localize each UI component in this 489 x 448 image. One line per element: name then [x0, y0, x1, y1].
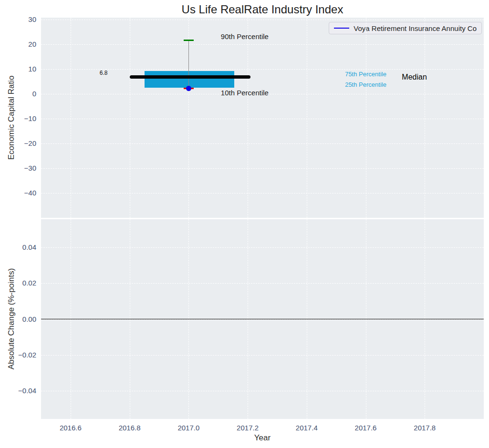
y-tick-label: 10	[0, 65, 36, 73]
figure: Us Life RealRate Industry Index Economic…	[0, 0, 489, 448]
legend: Voya Retirement Insurance Annuity Co	[329, 22, 482, 34]
y-tick-label: −0.04	[0, 387, 36, 395]
annotation-25th-percentile: 25th Percentile	[345, 81, 386, 88]
gridline-horizontal	[41, 20, 484, 20]
y-tick-label: −10	[0, 114, 36, 123]
company-data-point	[186, 86, 191, 91]
x-tick-label: 2016.6	[49, 424, 92, 432]
x-axis-label: Year	[41, 433, 484, 443]
boxplot-iqr-box	[145, 71, 235, 88]
x-tick-label: 2017.8	[403, 424, 446, 432]
gridline-vertical	[248, 18, 248, 218]
gridline-horizontal	[41, 283, 484, 284]
gridline-horizontal	[41, 44, 484, 45]
gridline-vertical	[366, 18, 366, 218]
gridline-horizontal	[41, 355, 484, 356]
legend-line-icon	[334, 28, 349, 29]
chart-title: Us Life RealRate Industry Index	[41, 3, 484, 16]
y-tick-label: 20	[0, 40, 36, 49]
gridline-vertical	[307, 18, 307, 218]
y-tick-label: 0.04	[0, 243, 36, 252]
x-tick-label: 2017.6	[344, 424, 387, 432]
gridline-horizontal	[41, 193, 484, 193]
y-tick-label: 0	[0, 90, 36, 98]
zero-line	[41, 319, 484, 320]
top-plot-area: Voya Retirement Insurance Annuity Co 90t…	[41, 18, 484, 218]
gridline-vertical	[71, 18, 71, 218]
y-tick-label: −20	[0, 139, 36, 148]
bottom-plot-area	[41, 219, 484, 419]
annotation-6-8: 6.8	[100, 70, 108, 76]
y-tick-label: 0.00	[0, 315, 36, 324]
gridline-horizontal	[41, 143, 484, 144]
x-tick-label: 2017.4	[285, 424, 328, 432]
x-tick-label: 2016.8	[108, 424, 151, 432]
x-tick-label: 2017.2	[226, 424, 269, 432]
annotation-90th-percentile: 90th Percentile	[221, 32, 269, 40]
gridline-horizontal	[41, 247, 484, 248]
y-tick-label: −30	[0, 164, 36, 173]
annotation-median: Median	[402, 73, 427, 81]
gridline-vertical	[425, 18, 425, 218]
boxplot-whisker-line	[188, 40, 189, 88]
gridline-horizontal	[41, 119, 484, 119]
annotation-10th-percentile: 10th Percentile	[221, 88, 269, 96]
gridline-horizontal	[41, 391, 484, 391]
legend-label: Voya Retirement Insurance Annuity Co	[354, 24, 477, 32]
y-tick-label: −0.02	[0, 351, 36, 359]
x-tick-label: 2017.0	[167, 424, 210, 432]
y-tick-label: 30	[0, 15, 36, 24]
annotation-75th-percentile: 75th Percentile	[345, 70, 386, 77]
boxplot-median-line	[130, 75, 251, 79]
gridline-horizontal	[41, 168, 484, 169]
y-tick-label: −40	[0, 189, 36, 197]
gridline-vertical	[130, 18, 130, 218]
boxplot-p90-cap	[184, 40, 194, 41]
y-tick-label: 0.02	[0, 279, 36, 287]
